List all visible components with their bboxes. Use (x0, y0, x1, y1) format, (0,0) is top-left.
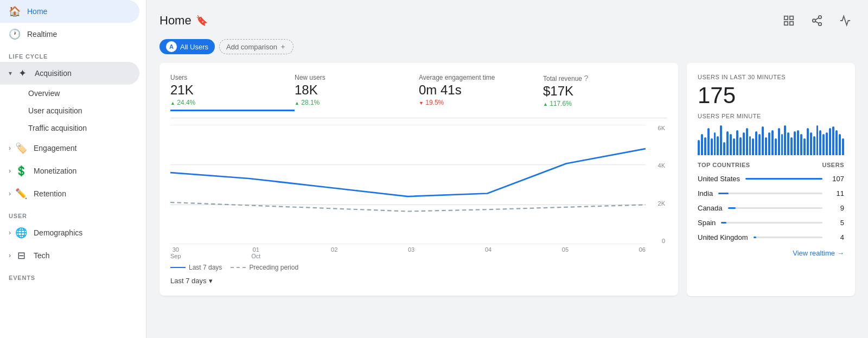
users-last-30-label: USERS IN LAST 30 MINUTES (698, 74, 844, 80)
badge-avatar: A (166, 41, 177, 52)
countries-list: United States 107 India 11 Canada 9 Spai… (698, 171, 844, 245)
metric-users[interactable]: Users 21K 24.4% (170, 74, 295, 111)
legend-dashed-line (231, 267, 246, 268)
user-acquisition-label: User acquisition (28, 106, 82, 115)
country-users: 107 (828, 175, 844, 183)
sidebar-item-retention[interactable]: › ✏️ Retention (0, 182, 139, 205)
mini-bar-item (711, 138, 713, 155)
top-countries-header: TOP COUNTRIES USERS (698, 162, 844, 168)
svg-point-4 (819, 16, 822, 18)
sidebar-item-tech[interactable]: › ⊟ Tech (0, 244, 139, 267)
demographics-icon: 🌐 (15, 227, 27, 239)
mini-bar-item (726, 131, 729, 155)
sidebar-item-acquisition[interactable]: ▾ ✦ Acquisition (0, 62, 139, 85)
add-comparison-button[interactable]: Add comparison ＋ (219, 39, 293, 54)
mini-bar-item (736, 130, 738, 155)
date-range-button[interactable]: Last 7 days ▾ (170, 277, 667, 285)
mini-bar-item (775, 138, 777, 155)
country-users: 5 (828, 219, 844, 227)
x-label-sep30: 30Sep (170, 246, 181, 259)
country-bar (754, 237, 756, 238)
tech-icon: ⊟ (15, 250, 27, 262)
sidebar-item-engagement[interactable]: › 🏷️ Engagement (0, 137, 139, 160)
country-row: United Kingdom 4 (698, 230, 844, 245)
country-users: 4 (828, 233, 844, 241)
sidebar-item-monetization[interactable]: › 💲 Monetization (0, 160, 139, 182)
top-countries-label: TOP COUNTRIES (698, 162, 750, 168)
mini-bar-item (797, 130, 799, 155)
events-section-label: EVENTS (0, 267, 146, 283)
customize-report-button[interactable] (779, 11, 799, 30)
sidebar-item-realtime[interactable]: 🕐 Realtime (0, 23, 139, 46)
expand-icon-acquisition: ▾ (9, 69, 12, 77)
mini-bar-item (749, 136, 751, 155)
insights-button[interactable] (835, 11, 855, 30)
sidebar-sub-overview[interactable]: Overview (0, 85, 139, 102)
x-label-04: 04 (485, 246, 492, 259)
user-section-label: USER (0, 205, 146, 221)
mini-bar-item (733, 138, 735, 155)
mini-bar-item (819, 130, 821, 155)
mini-bar-item (842, 138, 844, 155)
home-icon: 🏠 (9, 5, 21, 17)
mini-bar-item (723, 142, 725, 155)
country-row: Spain 5 (698, 215, 844, 230)
line-chart (170, 125, 667, 244)
country-row: India 11 (698, 186, 844, 201)
country-bar (721, 222, 726, 224)
main-content: Home 🔖 A All Users Add comparison ＋ (146, 0, 868, 338)
mini-bar-item (800, 134, 802, 155)
metric-users-label: Users (170, 74, 286, 81)
country-bar-wrap (718, 193, 822, 194)
sidebar-item-demographics[interactable]: › 🌐 Demographics (0, 221, 139, 244)
expand-icon-retention: › (9, 190, 11, 197)
metric-engagement[interactable]: Average engagement time 0m 41s 19.5% (419, 74, 543, 111)
revenue-info-icon[interactable]: ? (584, 74, 588, 82)
sidebar-item-home[interactable]: 🏠 Home (0, 0, 139, 23)
mini-bar-item (768, 132, 770, 155)
bookmark-icon[interactable]: 🔖 (196, 15, 208, 27)
sidebar-sub-traffic-acquisition[interactable]: Traffic acquisition (0, 119, 139, 137)
all-users-badge[interactable]: A All Users (159, 39, 215, 54)
country-bar (718, 193, 729, 194)
sidebar-tech-label: Tech (34, 251, 50, 260)
country-users: 9 (828, 204, 844, 212)
expand-icon-tech: › (9, 252, 11, 259)
mini-bar-item (784, 125, 786, 155)
chart-x-labels: 30Sep 01Oct 02 03 04 05 06 (170, 244, 667, 259)
sidebar-sub-user-acquisition[interactable]: User acquisition (0, 102, 139, 119)
legend-solid-label: Last 7 days (189, 264, 222, 271)
realtime-icon: 🕐 (9, 28, 21, 40)
lifecycle-section-label: LIFE CYCLE (0, 46, 146, 62)
mini-bar-item (714, 132, 716, 155)
mini-bar-item (778, 128, 780, 155)
date-range-dropdown-icon: ▾ (209, 277, 213, 285)
country-name: Spain (698, 219, 716, 227)
legend-solid-line (170, 267, 186, 268)
y-label-6k: 6K (646, 125, 665, 131)
svg-rect-2 (784, 22, 788, 25)
svg-line-7 (815, 21, 819, 23)
sidebar-realtime-label: Realtime (27, 30, 57, 39)
view-realtime-label: View realtime (793, 249, 835, 257)
mini-bar-item (717, 136, 719, 155)
metric-new-users[interactable]: New users 18K 28.1% (295, 74, 419, 111)
mini-bar-item (826, 132, 828, 155)
y-label-2k: 2K (646, 200, 665, 207)
sidebar-retention-label: Retention (34, 189, 66, 198)
metric-revenue[interactable]: Total revenue ? $17K 117.6% (543, 74, 667, 111)
arrow-right-icon: → (837, 249, 844, 257)
metric-revenue-value: $17K (543, 84, 659, 99)
sidebar-demographics-label: Demographics (34, 228, 82, 237)
mini-bar-item (829, 128, 831, 155)
view-realtime-link[interactable]: View realtime → (698, 249, 844, 257)
legend-dashed: Preceding period (231, 264, 298, 271)
country-name: United States (698, 175, 740, 183)
mini-bar-item (730, 134, 732, 155)
main-chart-card: Users 21K 24.4% New users 18K 28.1% Aver… (159, 63, 678, 296)
share-button[interactable] (807, 11, 827, 30)
x-label-06: 06 (639, 246, 646, 259)
country-name: United Kingdom (698, 233, 748, 241)
country-users: 11 (828, 189, 844, 197)
expand-icon-monetization: › (9, 167, 11, 175)
